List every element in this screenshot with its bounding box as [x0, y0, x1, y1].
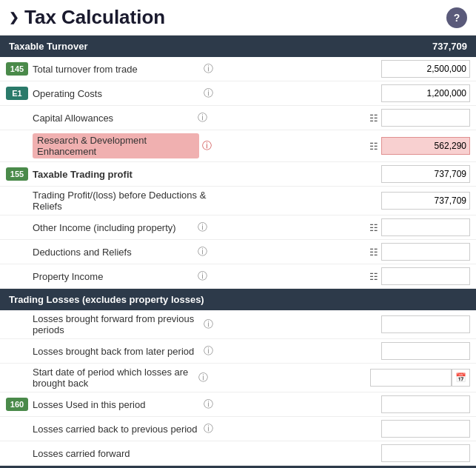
calc-icon-deductions-reliefs[interactable]: ☷ — [369, 247, 378, 258]
trading-losses-label: Trading Losses (excludes property losses… — [9, 294, 204, 305]
losses-back-label: Losses brought back from later period — [33, 346, 201, 357]
losses-used-row: 160 Losses Used in this period ⓘ — [0, 392, 476, 417]
capital-allowances-row: Capital Allowances ⓘ ☷ — [0, 106, 476, 130]
losses-carried-back-label: Losses carried back to previous period — [33, 424, 201, 435]
other-income-row: Other Income (including property) ⓘ ☷ — [0, 215, 476, 240]
calendar-icon[interactable]: 📅 — [452, 369, 470, 387]
header: ❯ Tax Calculation ? — [0, 0, 476, 36]
badge-160: 160 — [6, 398, 28, 411]
taxable-trading-profit-input[interactable] — [381, 165, 470, 183]
losses-forward-label: Losses brought forward from previous per… — [33, 313, 201, 335]
trading-profit-loss-input[interactable] — [381, 192, 470, 210]
deductions-reliefs-label: Deductions and Reliefs — [33, 247, 195, 258]
help-icon-other-income[interactable]: ⓘ — [198, 221, 207, 234]
property-income-row: Property Income ⓘ ☷ — [0, 264, 476, 289]
operating-costs-label: Operating Costs — [33, 88, 201, 99]
tax-calculation-container: ❯ Tax Calculation ? Taxable Turnover 737… — [0, 0, 476, 468]
losses-back-row: Losses brought back from later period ⓘ — [0, 339, 476, 364]
trading-profit-loss-row: Trading Profit/(loss) before Deductions … — [0, 187, 476, 215]
calc-icon-other-income[interactable]: ☷ — [369, 222, 378, 233]
losses-forward-input[interactable] — [381, 315, 470, 333]
rd-enhancement-row: Research & Development Enhancement ⓘ ☷ — [0, 130, 476, 162]
property-income-label: Property Income — [33, 271, 195, 282]
taxable-turnover-label: Taxable Turnover — [9, 41, 87, 52]
losses-carried-forward-input[interactable] — [381, 444, 470, 462]
badge-e1: E1 — [6, 87, 28, 100]
losses-start-date-label: Start date of period which losses are br… — [33, 367, 195, 389]
help-icon-property-income[interactable]: ⓘ — [198, 270, 207, 283]
losses-start-date-row: Start date of period which losses are br… — [0, 364, 476, 392]
other-income-input[interactable] — [381, 218, 470, 236]
deductions-reliefs-input[interactable] — [381, 243, 470, 261]
losses-carried-forward-row: Losses carried forward — [0, 441, 476, 466]
help-icon-losses-used[interactable]: ⓘ — [204, 398, 213, 411]
losses-back-input[interactable] — [381, 342, 470, 360]
rd-enhancement-label: Research & Development Enhancement — [33, 133, 199, 158]
help-icon-deductions-reliefs[interactable]: ⓘ — [198, 245, 207, 258]
trading-losses-header: Trading Losses (excludes property losses… — [0, 289, 476, 310]
taxable-trading-profit-row: 155 Taxable Trading profit — [0, 162, 476, 187]
taxable-turnover-amount: 737,709 — [432, 41, 467, 52]
total-turnover-input[interactable] — [381, 60, 470, 78]
losses-start-date-wrapper: 📅 — [370, 369, 470, 387]
help-icon-rd-enhancement[interactable]: ⓘ — [202, 139, 212, 153]
operating-costs-input[interactable] — [381, 84, 470, 102]
page-title: Tax Calculation — [24, 6, 446, 29]
other-income-label: Other Income (including property) — [33, 222, 195, 233]
total-turnover-label: Total turnover from trade — [33, 64, 201, 75]
help-icon-losses-forward[interactable]: ⓘ — [204, 318, 213, 331]
deductions-reliefs-row: Deductions and Reliefs ⓘ ☷ — [0, 240, 476, 264]
help-icon-losses-carried-back[interactable]: ⓘ — [204, 422, 213, 435]
losses-carried-back-row: Losses carried back to previous period ⓘ — [0, 417, 476, 441]
taxable-trading-profit-label: Taxable Trading profit — [33, 169, 207, 180]
losses-used-label: Losses Used in this period — [33, 399, 201, 410]
losses-carried-back-input[interactable] — [381, 420, 470, 438]
trading-profit-loss-label: Trading Profit/(loss) before Deductions … — [33, 190, 207, 212]
badge-155: 155 — [6, 167, 28, 181]
rd-enhancement-input[interactable] — [381, 137, 470, 155]
calc-icon-rd-enhancement[interactable]: ☷ — [369, 141, 378, 152]
help-button[interactable]: ? — [446, 7, 467, 28]
help-icon-capital-allowances[interactable]: ⓘ — [198, 111, 207, 124]
capital-allowances-label: Capital Allowances — [33, 113, 195, 124]
property-income-input[interactable] — [381, 267, 470, 285]
losses-used-input[interactable] — [381, 395, 470, 413]
losses-carried-forward-label: Losses carried forward — [33, 448, 207, 459]
total-turnover-row: 145 Total turnover from trade ⓘ — [0, 57, 476, 81]
calc-icon-capital-allowances[interactable]: ☷ — [369, 113, 378, 124]
help-icon-losses-back[interactable]: ⓘ — [204, 344, 213, 358]
badge-145: 145 — [6, 62, 28, 76]
help-icon-operating-costs[interactable]: ⓘ — [204, 87, 213, 100]
losses-forward-row: Losses brought forward from previous per… — [0, 310, 476, 339]
help-icon-total-turnover[interactable]: ⓘ — [204, 62, 213, 76]
capital-allowances-input[interactable] — [381, 109, 470, 127]
help-icon-losses-start-date[interactable]: ⓘ — [198, 371, 208, 384]
losses-start-date-input[interactable] — [370, 369, 452, 387]
back-arrow-icon[interactable]: ❯ — [9, 10, 19, 24]
calc-icon-property-income[interactable]: ☷ — [369, 271, 378, 282]
operating-costs-row: E1 Operating Costs ⓘ — [0, 81, 476, 106]
taxable-turnover-header: Taxable Turnover 737,709 — [0, 36, 476, 57]
